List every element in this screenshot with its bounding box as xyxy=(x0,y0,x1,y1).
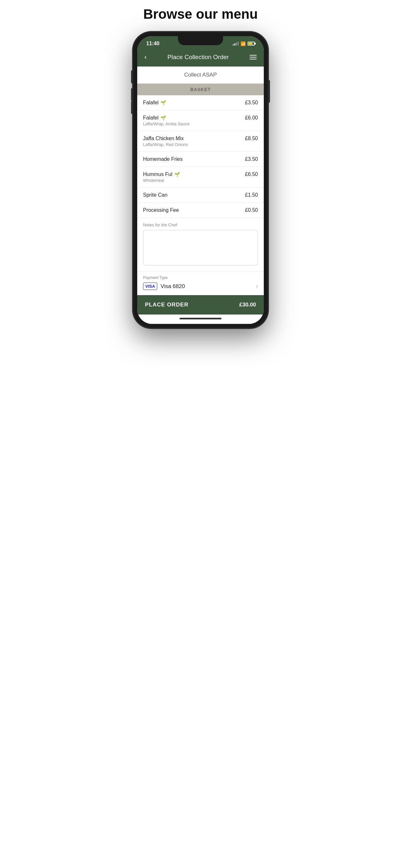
order-total: £30.00 xyxy=(239,302,256,308)
notes-textarea[interactable] xyxy=(143,230,258,266)
order-item-falafel-2: Falafel 🌱 Laffa/Wrap, Amba Sauce £6.00 xyxy=(137,111,264,131)
payment-label: Payment Type xyxy=(143,275,258,280)
basket-header: BASKET xyxy=(137,84,264,95)
notch xyxy=(178,36,223,45)
payment-card-name: Visa 6820 xyxy=(160,283,185,290)
order-items: Falafel 🌱 £3.50 Falafel 🌱 Laffa/Wrap, Am… xyxy=(137,95,264,218)
signal-icon xyxy=(233,42,239,45)
notes-section: Notes for the Chef xyxy=(137,218,264,271)
visa-badge: VISA xyxy=(143,283,157,290)
place-order-label: PLACE ORDER xyxy=(145,302,189,308)
leaf-icon: 🌱 xyxy=(174,172,180,177)
status-time: 11:40 xyxy=(146,41,159,46)
nav-bar: ‹ Place Collection Order xyxy=(137,49,264,66)
home-indicator xyxy=(137,314,264,324)
wifi-icon: 📶 xyxy=(241,41,246,46)
order-item-fries: Homemade Fries £3.50 xyxy=(137,152,264,167)
battery-icon xyxy=(248,42,255,45)
status-bar: 11:40 📶 xyxy=(137,36,264,49)
home-bar xyxy=(180,318,221,319)
menu-button[interactable] xyxy=(250,55,257,59)
order-item-processing-fee: Processing Fee £0.50 xyxy=(137,203,264,218)
status-icons: 📶 xyxy=(233,41,255,46)
payment-section[interactable]: Payment Type VISA Visa 6820 › xyxy=(137,271,264,295)
collect-asap[interactable]: Collect ASAP xyxy=(137,66,264,84)
back-button[interactable]: ‹ xyxy=(144,53,147,61)
order-item-hummus: Hummus Ful 🌱 Wholemeal £6.50 xyxy=(137,167,264,188)
notes-label: Notes for the Chef xyxy=(143,222,258,227)
order-item-sprite: Sprite Can £1.50 xyxy=(137,188,264,203)
order-item-falafel-1: Falafel 🌱 £3.50 xyxy=(137,95,264,111)
order-item-jaffa-chicken: Jaffa Chicken Mix Laffa/Wrap, Red Onions… xyxy=(137,131,264,152)
nav-title: Place Collection Order xyxy=(167,54,229,61)
leaf-icon: 🌱 xyxy=(160,115,166,120)
page-heading: Browse our menu xyxy=(143,6,258,22)
payment-row[interactable]: VISA Visa 6820 › xyxy=(143,283,258,290)
leaf-icon: 🌱 xyxy=(160,100,166,105)
phone-screen: 11:40 📶 ‹ Place Collection Order xyxy=(137,36,264,324)
phone-shell: 11:40 📶 ‹ Place Collection Order xyxy=(133,32,268,329)
chevron-right-icon: › xyxy=(256,283,258,290)
place-order-button[interactable]: PLACE ORDER £30.00 xyxy=(137,295,264,314)
